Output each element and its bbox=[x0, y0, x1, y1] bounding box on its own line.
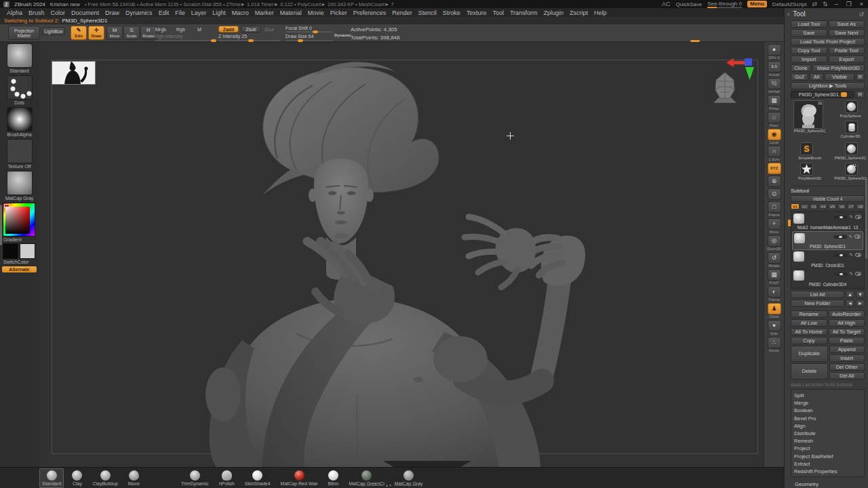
subtool-view-tab[interactable]: V5 bbox=[828, 203, 837, 209]
subtool-opacity-slider[interactable] bbox=[834, 272, 848, 276]
subtool-view-tab[interactable]: V4 bbox=[818, 203, 827, 209]
subtool-opacity-slider[interactable] bbox=[834, 216, 848, 219]
persp-icon[interactable]: ▦ Persp bbox=[765, 95, 784, 110]
subtool-view-tab[interactable]: V7 bbox=[847, 203, 856, 209]
polypaint-icon[interactable]: ✎ bbox=[850, 272, 853, 276]
menu-item[interactable]: Stencil bbox=[418, 9, 437, 16]
zadd-button[interactable]: Zadd bbox=[218, 26, 239, 33]
shelf-divider-handle[interactable] bbox=[690, 40, 700, 42]
menu-item[interactable]: Zscript bbox=[570, 9, 588, 16]
tool-thumb-sphere3c-2[interactable]: 11 bbox=[845, 163, 858, 176]
dynamic-toggle[interactable]: Dynamic bbox=[334, 33, 351, 37]
subtool-view-tab[interactable]: V6 bbox=[837, 203, 846, 209]
tray-brush-move[interactable]: Move bbox=[126, 469, 142, 487]
scale-mode-button[interactable]: SScale bbox=[123, 26, 140, 40]
autoreorder-button[interactable]: AutoReorder bbox=[829, 310, 865, 318]
menu-item[interactable]: Alpha bbox=[7, 9, 22, 16]
paste-tool-button[interactable]: Paste Tool bbox=[829, 47, 865, 54]
reset-panel-icon[interactable]: ↺ bbox=[859, 11, 864, 18]
tool-section-header[interactable]: Geometry bbox=[795, 481, 865, 488]
bpr-spix-slider[interactable]: ● SPix 3 bbox=[765, 44, 784, 60]
rgb-intensity-knob[interactable] bbox=[211, 39, 216, 42]
menu-item[interactable]: Picker bbox=[330, 9, 347, 16]
tool-section-header[interactable]: Project BasRelief bbox=[794, 453, 863, 460]
menu-item[interactable]: Material bbox=[280, 9, 302, 16]
menu-item[interactable]: Brush bbox=[28, 9, 45, 16]
menu-item[interactable]: Document bbox=[71, 9, 99, 16]
goz-button[interactable]: GoZ bbox=[791, 73, 808, 81]
z-intensity-slider[interactable]: Z Intensity 25 bbox=[218, 34, 247, 39]
menu-item[interactable]: Transform bbox=[510, 9, 538, 16]
transp-icon[interactable]: ◐ Transp bbox=[765, 286, 784, 302]
list-all-button[interactable]: List All bbox=[791, 291, 844, 298]
focal-shift-track[interactable] bbox=[285, 31, 333, 33]
tool-section-header[interactable]: Redshift Properties bbox=[794, 468, 863, 475]
visibility-eye-icon[interactable] bbox=[855, 215, 861, 219]
polyframe-icon[interactable]: ▦ PolyF bbox=[765, 269, 784, 285]
tray-material-blinn[interactable]: Blinn bbox=[326, 469, 341, 487]
subtool-item-circle[interactable]: ✎ PM3D_Circle3D1 bbox=[792, 250, 863, 269]
visibility-eye-icon[interactable] bbox=[855, 272, 861, 276]
tool-slider-knob[interactable] bbox=[841, 92, 847, 97]
delete-button[interactable]: Delete bbox=[791, 363, 828, 380]
ghost-icon[interactable]: ♟ Ghost bbox=[765, 303, 784, 319]
zcut-button[interactable]: Zcut bbox=[264, 27, 274, 32]
polypaint-icon[interactable]: ✎ bbox=[850, 215, 853, 219]
local-pivot-icon[interactable]: ◉ Local bbox=[765, 129, 784, 144]
subtool-thumbnail[interactable] bbox=[794, 233, 805, 243]
actual-size-icon[interactable]: 1:1 Actual bbox=[765, 61, 784, 77]
rename-button[interactable]: Rename bbox=[791, 310, 827, 318]
tray-brush-clay[interactable]: Clay bbox=[70, 469, 84, 487]
append-button[interactable]: Append bbox=[829, 346, 865, 353]
rotate-camera-icon[interactable]: ↺ Rotate bbox=[765, 252, 784, 268]
tool-section-header[interactable]: Remesh bbox=[794, 437, 863, 445]
draw-mode-button[interactable]: ✛Draw bbox=[88, 26, 104, 40]
floor-grid-icon[interactable]: ⌂ Floor bbox=[765, 112, 784, 127]
tool-thumb-sphere3c[interactable] bbox=[845, 142, 858, 155]
menu-item[interactable]: File bbox=[175, 9, 185, 16]
rgb-intensity-track[interactable] bbox=[155, 40, 214, 41]
frame-icon[interactable]: □ Frame bbox=[765, 201, 784, 217]
goz-r-button[interactable]: R bbox=[856, 73, 865, 81]
import-button[interactable]: Import bbox=[791, 56, 827, 63]
subtool-thumbnail[interactable] bbox=[793, 214, 804, 224]
subtool-item-head[interactable]: ✎ Nick2_humanMaleAverage1_13 bbox=[792, 212, 863, 231]
del-all-button[interactable]: Del All bbox=[829, 372, 865, 380]
del-other-button[interactable]: Del Other bbox=[829, 363, 865, 371]
polypaint-icon[interactable]: ✎ bbox=[849, 235, 852, 239]
all-to-home-button[interactable]: All To Home bbox=[791, 328, 827, 336]
camera-orientation-head[interactable] bbox=[711, 68, 739, 103]
move-mode-button[interactable]: MMove bbox=[106, 26, 123, 40]
polypaint-icon[interactable]: ✎ bbox=[850, 253, 853, 257]
tool-section-header[interactable]: Bevel Pro bbox=[794, 415, 863, 422]
draw-size-slider[interactable]: Draw Size 64 bbox=[285, 34, 314, 39]
lightbox-tools-button[interactable]: Lightbox ▶ Tools bbox=[791, 82, 865, 89]
collapse-panel-icon[interactable]: ‹ bbox=[787, 10, 789, 18]
visibility-eye-icon[interactable] bbox=[854, 235, 861, 239]
minimize-button[interactable]: – bbox=[833, 1, 840, 7]
menu-item[interactable]: Dynamics bbox=[125, 9, 153, 16]
menu-item[interactable]: Texture bbox=[467, 9, 487, 16]
subtool-item-sphere[interactable]: ✎ PM3D_Sphere3D1 bbox=[792, 231, 863, 250]
tray-brush-standard[interactable]: Standard bbox=[39, 468, 64, 488]
tool-section-header[interactable]: Boolean bbox=[794, 407, 863, 414]
subtool-title[interactable]: Subtool bbox=[791, 186, 865, 194]
apply-last-action-button[interactable]: Apply Last Action To All Subtools bbox=[791, 382, 865, 387]
menu-item[interactable]: Preferences bbox=[353, 9, 387, 16]
tool-thumb-polysphere[interactable] bbox=[845, 100, 858, 113]
tray-brush-claybuildup[interactable]: ClayBuildup bbox=[90, 469, 119, 487]
tray-material-skinshade4[interactable]: SkinShade4 bbox=[243, 469, 273, 487]
visibility-eye-icon[interactable] bbox=[855, 253, 861, 257]
menu-item[interactable]: Marker bbox=[255, 9, 274, 16]
z-intensity-knob[interactable] bbox=[248, 39, 254, 42]
save-button[interactable]: Save bbox=[791, 29, 827, 37]
zoom3d-icon[interactable]: ◎ Zoom3D bbox=[765, 235, 784, 251]
visible-count-button[interactable]: Visible Count 4 bbox=[791, 195, 865, 202]
tray-brush-hpolish[interactable]: hPolish bbox=[217, 469, 237, 487]
default-zscript-button[interactable]: DefaultZScript bbox=[772, 1, 807, 7]
all-high-button[interactable]: All High bbox=[829, 319, 865, 327]
tray-thumbnail[interactable] bbox=[7, 43, 33, 68]
aahalf-icon[interactable]: ½ AAHalf bbox=[765, 78, 784, 94]
goz-all-button[interactable]: All bbox=[810, 73, 823, 81]
goz-visible-button[interactable]: Visible bbox=[825, 73, 854, 81]
